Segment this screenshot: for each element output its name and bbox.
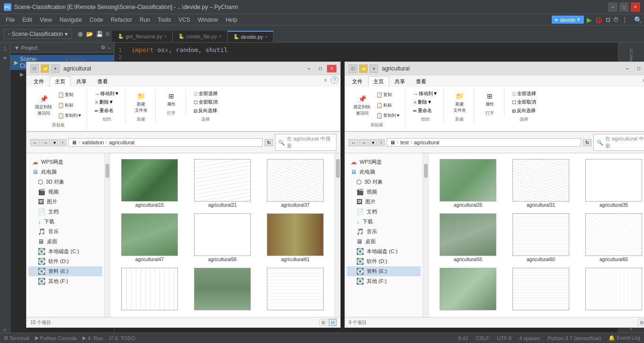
- exp-left-tab-home[interactable]: 主页: [50, 76, 71, 87]
- search-everywhere-icon[interactable]: 🔍: [634, 16, 642, 24]
- settings-icon[interactable]: ⚙: [105, 31, 110, 37]
- sidebar-dl-left[interactable]: ↓ 下载: [28, 217, 102, 227]
- moveto-button-left[interactable]: →移动到▼: [92, 90, 122, 97]
- exp-left-nav2[interactable]: 📁: [41, 64, 49, 73]
- exp-right-maximize[interactable]: □: [634, 65, 644, 72]
- copy-button-right[interactable]: 📋 复制: [374, 90, 402, 99]
- more-run-options[interactable]: ⋮: [622, 17, 627, 23]
- file-agr-c[interactable]: [260, 266, 331, 313]
- exp-right-ribbon-collapse[interactable]: ∧: [639, 76, 644, 87]
- rename-button-left[interactable]: ✏重命名: [92, 107, 122, 114]
- sidebar-desktop-left[interactable]: 🖥 桌面: [28, 237, 102, 246]
- newfolder-button-right[interactable]: 📁 新建文件夹: [451, 90, 468, 114]
- exp-left-sidebar-scroll[interactable]: [105, 153, 110, 317]
- sidebar-e-right[interactable]: 💽 资料 (E:): [347, 266, 421, 276]
- tab-close-devide[interactable]: ×: [265, 35, 267, 39]
- sidebar-c-right[interactable]: 💽 本地磁盘 (C:): [347, 246, 421, 256]
- selectnone-button-left[interactable]: ☐全部取消: [191, 98, 221, 106]
- exp-right-path[interactable]: 🖥 › test › agricultural: [387, 138, 581, 147]
- file-agr56[interactable]: agricultural56: [187, 211, 258, 264]
- exp-right-up[interactable]: ↑: [378, 139, 385, 146]
- exp-right-tab-share[interactable]: 共享: [389, 76, 410, 87]
- exp-right-minimize[interactable]: –: [623, 65, 632, 72]
- sidebar-c-left[interactable]: 💽 本地磁盘 (C:): [28, 246, 102, 256]
- exp-left-tab-file[interactable]: 文件: [28, 76, 49, 87]
- exp-left-forward[interactable]: →: [41, 139, 50, 146]
- properties-button-right[interactable]: ⊞ 属性: [482, 90, 497, 108]
- tab-create-file[interactable]: 🐍 create_file.py ×: [173, 31, 228, 42]
- menu-tools[interactable]: Tools: [154, 16, 175, 24]
- python-console-tab[interactable]: ▶ Python Console: [35, 335, 77, 341]
- sidebar-wps-left[interactable]: ☁ WPS网盘: [28, 157, 102, 167]
- exp-left-path-part1[interactable]: validation: [82, 140, 104, 145]
- run-button[interactable]: ▶: [587, 16, 592, 24]
- terminal-tab[interactable]: ⊞ Terminal: [4, 335, 29, 341]
- exp-right-search[interactable]: 🔍 在 agricultural 中搜索: [593, 134, 644, 151]
- file-test-f[interactable]: [578, 266, 644, 313]
- exp-left-list-view[interactable]: ⊞: [319, 319, 327, 326]
- file-agr37[interactable]: agricultural37: [260, 157, 331, 210]
- sidebar-music-left[interactable]: 🎵 音乐: [28, 227, 102, 237]
- exp-left-refresh[interactable]: ↻: [265, 139, 273, 146]
- exp-left-help[interactable]: ?: [331, 76, 338, 84]
- exp-left-up[interactable]: ↑: [59, 139, 66, 146]
- exp-right-path-part1[interactable]: test: [400, 140, 409, 145]
- event-log[interactable]: 🔔 Event Log: [609, 335, 640, 341]
- menu-run[interactable]: Run: [136, 16, 154, 24]
- delete-button-left[interactable]: ✕删除▼: [92, 98, 122, 106]
- menu-edit[interactable]: Edit: [18, 16, 36, 24]
- tab-close-create-file[interactable]: ×: [219, 34, 221, 39]
- new-file-icon[interactable]: ⊕: [78, 30, 83, 38]
- exp-left-grid-view[interactable]: ⊟: [329, 319, 336, 326]
- file-test26[interactable]: agricultural26: [432, 157, 503, 210]
- file-test35[interactable]: agricultural35: [578, 157, 644, 210]
- run-tab[interactable]: ▶ 4: Run: [82, 335, 103, 341]
- exp-right-nav1[interactable]: ⊡: [349, 64, 357, 73]
- tab-devide[interactable]: 🐍 devide.py ×: [228, 31, 273, 42]
- project-tool-icon[interactable]: 1: [4, 46, 7, 52]
- project-panel-settings-icon[interactable]: ⚙: [101, 44, 106, 51]
- file-test55[interactable]: agricultural55: [432, 211, 503, 264]
- sidebar-pics-right[interactable]: 🖼 图片: [347, 197, 421, 207]
- exp-right-refresh[interactable]: ↻: [583, 139, 591, 146]
- exp-left-tab-view[interactable]: 查看: [92, 76, 113, 87]
- exp-right-list-view[interactable]: ⊞: [638, 319, 644, 326]
- minimize-button[interactable]: –: [608, 2, 618, 12]
- project-selector[interactable]: ▪ Scene-Classification ▾: [4, 29, 72, 39]
- delete-button-right[interactable]: ✕删除▼: [410, 98, 441, 106]
- todo-tab[interactable]: ☑ 6: TODO: [109, 335, 136, 341]
- exp-right-tab-home[interactable]: 主页: [368, 76, 389, 87]
- sidebar-f-left[interactable]: 💽 其他 (F:): [28, 276, 102, 286]
- paste-button-right[interactable]: 📋 粘贴: [374, 100, 402, 110]
- paste-button-left[interactable]: 📋 粘贴: [55, 100, 84, 110]
- exp-left-path[interactable]: 🖥 › validation › agricultural: [68, 138, 263, 147]
- file-agr61[interactable]: agricultural61: [260, 211, 331, 264]
- exp-left-content-scroll[interactable]: [335, 153, 340, 317]
- exp-left-path-part2[interactable]: agricultural: [109, 140, 134, 145]
- sidebar-desktop-right[interactable]: 🖥 桌面: [347, 237, 421, 246]
- sidebar-f-right[interactable]: 💽 其他 (F:): [347, 276, 421, 286]
- menu-refactor[interactable]: Refactor: [107, 16, 136, 24]
- file-agr47[interactable]: agricultural47: [114, 211, 185, 264]
- moveto-button-right[interactable]: →移动到▼: [410, 90, 441, 97]
- sidebar-thispc-right[interactable]: 🖥 此电脑: [347, 167, 421, 177]
- maximize-button[interactable]: □: [619, 2, 629, 12]
- exp-right-tab-file[interactable]: 文件: [347, 76, 368, 87]
- exp-right-nav3[interactable]: ▾: [370, 64, 378, 73]
- sidebar-wps-right[interactable]: ☁ WPS网盘: [347, 157, 421, 167]
- save-icon[interactable]: 💾: [96, 31, 103, 37]
- tab-close-get-filename[interactable]: ×: [164, 34, 167, 39]
- sidebar-video-right[interactable]: 🎬 视频: [347, 187, 421, 197]
- run-config-selector[interactable]: ▸ devide ▾: [552, 16, 584, 24]
- exp-right-nav2[interactable]: 📁: [359, 64, 368, 73]
- sidebar-music-right[interactable]: 🎵 音乐: [347, 227, 421, 237]
- menu-view[interactable]: View: [36, 16, 56, 24]
- exp-left-ribbon-collapse[interactable]: ∧: [321, 76, 330, 87]
- exp-left-minimize[interactable]: –: [304, 65, 314, 72]
- coverage-button[interactable]: ⊡: [606, 17, 610, 23]
- rename-button-right[interactable]: ✏重命名: [410, 107, 441, 114]
- sidebar-docs-left[interactable]: 📄 文档: [28, 207, 102, 217]
- profile-button[interactable]: ⏱: [613, 17, 619, 23]
- file-agr21[interactable]: agricultural21: [187, 157, 258, 210]
- file-test-d[interactable]: [432, 266, 503, 313]
